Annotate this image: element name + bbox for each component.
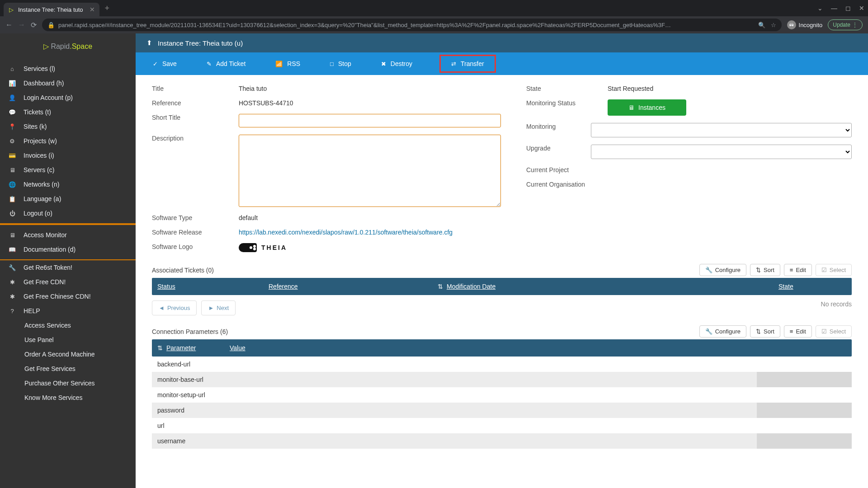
up-arrow-icon[interactable]: ⬆ [146,39,152,47]
incognito-indicator: 🕶 Incognito [787,20,823,29]
menu-dots-icon: ⋮ [852,22,858,28]
sidebar-item[interactable]: ⚙Projects (w) [0,134,136,148]
reference-value: HOSTSUBS-44710 [239,99,517,107]
conn-row: monitor-setup-url [152,387,852,403]
conn-value [228,357,852,372]
select-button[interactable]: ☑Select [816,264,852,276]
sidebar-item[interactable]: ⌂Services (l) [0,61,136,76]
tab-close-icon[interactable]: ✕ [90,6,95,13]
close-window-icon[interactable]: ✕ [859,5,864,12]
browser-tabstrip: ▷ Instance Tree: Theia tuto ✕ + ⌄ — ◻ ✕ [0,0,868,16]
sidebar-item-label: Order A Second Machine [24,351,95,358]
incognito-icon: 🕶 [787,20,796,29]
next-button[interactable]: ►Next [201,300,236,315]
main: ⬆ Instance Tree: Theia tuto (u) ✓Save ✎A… [136,33,868,488]
sidebar-item[interactable]: 💳Invoices (i) [0,148,136,163]
conn-row: backend-url [152,357,852,372]
sidebar-item-label: Projects (w) [24,137,57,145]
rss-button[interactable]: 📶RSS [266,56,321,72]
monitoring-select[interactable] [591,123,852,137]
short-title-input[interactable] [239,114,501,127]
logo[interactable]: ▷ Rapid.Space [0,33,136,59]
wrench-icon: 🔧 [705,328,712,335]
edit-button[interactable]: ≡Edit [784,264,812,276]
th-modification[interactable]: Modification Date [447,283,495,290]
sidebar-help-item[interactable]: Get Free Services [0,361,136,376]
maximize-icon[interactable]: ◻ [845,5,851,12]
window-controls: ⌄ — ◻ ✕ [817,5,864,12]
th-parameter[interactable]: Parameter [166,344,196,352]
select-button-2[interactable]: ☑Select [816,325,852,338]
sidebar-item-label: Documentation (d) [24,246,75,253]
star-icon[interactable]: ☆ [771,22,776,28]
sidebar-item[interactable]: 🖥Servers (c) [0,163,136,177]
upgrade-label: Upgrade [526,145,591,152]
sidebar-help-item[interactable]: Access Services [0,318,136,333]
sidebar-help-item[interactable]: Order A Second Machine [0,347,136,361]
minimize-icon[interactable]: — [831,5,837,12]
sidebar-item-icon: 🔧 [8,264,16,271]
add-ticket-button[interactable]: ✎Add Ticket [198,56,266,72]
transfer-icon: ⇄ [451,61,456,67]
sidebar-help-item[interactable]: Use Panel [0,333,136,347]
edit-button-2[interactable]: ≡Edit [784,325,812,338]
th-status[interactable]: Status [157,283,269,290]
sidebar-item[interactable]: 👤Login Account (p) [0,90,136,105]
th-state[interactable]: State [778,283,846,290]
sidebar-help-item[interactable]: Know More Services [0,390,136,405]
sidebar-item[interactable]: ⏻Logout (o) [0,206,136,221]
conn-param: password [152,403,228,418]
destroy-button[interactable]: ✖Destroy [372,56,433,72]
sidebar-item[interactable]: 🖥Access Monitor [0,228,136,242]
sidebar-item-label: Get Free CDN! [24,278,66,286]
save-button[interactable]: ✓Save [144,56,198,72]
browser-tab[interactable]: ▷ Instance Tree: Theia tuto ✕ [4,3,99,16]
sidebar-item[interactable]: 📋Language (a) [0,192,136,206]
list-icon: ≡ [790,328,793,335]
sidebar-item-label: Logout (o) [24,210,52,217]
transfer-button[interactable]: ⇄Transfer [440,56,495,72]
th-value[interactable]: Value [230,344,846,352]
wrench-icon: 🔧 [705,267,712,273]
sort-button[interactable]: ⇅Sort [750,264,780,276]
conn-value [228,403,757,418]
sidebar-help-item[interactable]: Purchase Other Services [0,376,136,390]
sidebar: ▷ Rapid.Space ⌂Services (l)📊Dashboard (h… [0,33,136,488]
configure-button[interactable]: 🔧Configure [699,264,746,276]
sidebar-item[interactable]: 📊Dashboard (h) [0,76,136,90]
sidebar-item-icon: 🖥 [8,232,16,239]
software-logo: THEIA [239,243,287,252]
back-icon[interactable]: ← [5,21,13,29]
sidebar-item[interactable]: ✱Get Free CDN! [0,275,136,289]
sidebar-item[interactable]: 📍Sites (k) [0,119,136,134]
description-input[interactable] [239,135,501,207]
sidebar-item[interactable]: 🔧Get Re6st Token! [0,260,136,275]
sort-icon: ⇅ [756,328,761,335]
sidebar-help-header[interactable]: HELP [0,304,136,318]
conn-header: ⇅Parameter Value [152,339,852,357]
configure-button-2[interactable]: 🔧Configure [699,325,746,338]
check-square-icon: ☑ [821,267,827,273]
sidebar-item[interactable]: 💬Tickets (t) [0,105,136,119]
sidebar-item[interactable]: ✱Get Free Chinese CDN! [0,289,136,304]
new-tab-button[interactable]: + [105,4,110,13]
tickets-header: Status Reference ⇅Modification Date Stat… [152,278,852,295]
upgrade-select[interactable] [591,145,852,159]
chevron-down-icon[interactable]: ⌄ [817,5,823,12]
software-release-link[interactable]: https://lab.nexedi.com/nexedi/slapos/raw… [239,229,453,236]
sidebar-item-label: Servers (c) [24,166,54,174]
sort-button-2[interactable]: ⇅Sort [750,325,780,338]
conn-param: username [152,433,228,449]
update-button[interactable]: Update ⋮ [828,19,863,30]
previous-button[interactable]: ◄Previous [152,300,197,315]
sidebar-item-icon: 🖥 [8,167,16,174]
sidebar-item[interactable]: 📖Documentation (d) [0,242,136,257]
reload-icon[interactable]: ⟳ [31,21,37,29]
th-reference[interactable]: Reference [269,283,438,290]
sidebar-item[interactable]: 🌐Networks (n) [0,177,136,192]
address-bar[interactable]: 🔒 panel.rapid.space/#/instance_tree_modu… [42,19,782,31]
stop-button[interactable]: □Stop [321,56,372,72]
instances-button[interactable]: 🖥Instances [608,99,686,116]
sort-icon: ⇅ [756,267,761,273]
zoom-icon[interactable]: 🔍 [758,22,765,28]
